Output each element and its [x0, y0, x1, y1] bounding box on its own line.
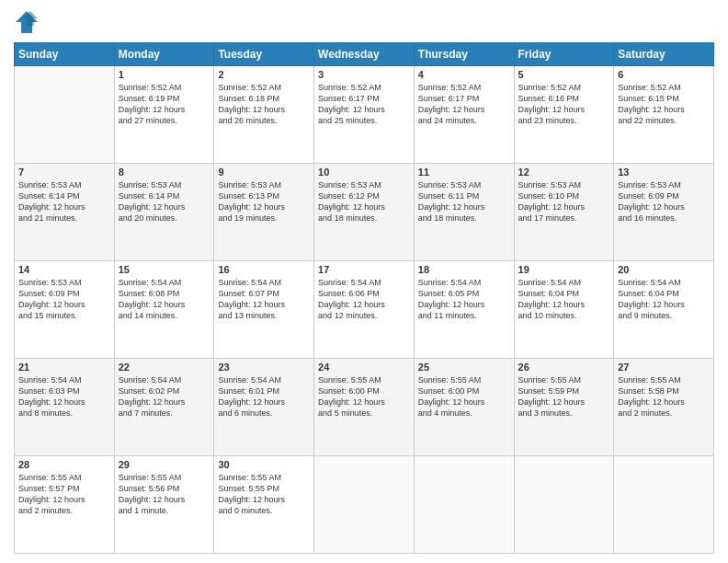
day-number: 4 — [418, 69, 510, 80]
day-number: 12 — [518, 167, 610, 178]
day-number: 22 — [119, 362, 210, 373]
calendar: Sunday Monday Tuesday Wednesday Thursday… — [14, 42, 714, 554]
calendar-cell: 16Sunrise: 5:54 AM Sunset: 6:07 PM Dayli… — [214, 261, 314, 359]
calendar-week-row: 1Sunrise: 5:52 AM Sunset: 6:19 PM Daylig… — [15, 66, 714, 164]
col-saturday: Saturday — [614, 43, 714, 66]
day-number: 5 — [518, 69, 610, 80]
calendar-week-row: 21Sunrise: 5:54 AM Sunset: 6:03 PM Dayli… — [15, 359, 714, 456]
calendar-cell: 20Sunrise: 5:54 AM Sunset: 6:04 PM Dayli… — [614, 261, 714, 359]
day-number: 17 — [318, 264, 410, 275]
day-info: Sunrise: 5:52 AM Sunset: 6:16 PM Dayligh… — [518, 82, 610, 127]
calendar-cell: 23Sunrise: 5:54 AM Sunset: 6:01 PM Dayli… — [214, 359, 314, 456]
col-thursday: Thursday — [414, 43, 514, 66]
calendar-cell: 19Sunrise: 5:54 AM Sunset: 6:04 PM Dayli… — [514, 261, 614, 359]
day-info: Sunrise: 5:52 AM Sunset: 6:18 PM Dayligh… — [218, 82, 310, 127]
day-info: Sunrise: 5:54 AM Sunset: 6:08 PM Dayligh… — [119, 277, 210, 322]
calendar-cell — [314, 456, 415, 554]
day-info: Sunrise: 5:55 AM Sunset: 5:59 PM Dayligh… — [518, 374, 610, 419]
day-number: 24 — [318, 362, 410, 373]
calendar-cell: 2Sunrise: 5:52 AM Sunset: 6:18 PM Daylig… — [214, 66, 314, 164]
day-info: Sunrise: 5:52 AM Sunset: 6:19 PM Dayligh… — [119, 82, 210, 127]
day-info: Sunrise: 5:54 AM Sunset: 6:04 PM Dayligh… — [618, 277, 710, 322]
day-number: 2 — [218, 69, 310, 80]
calendar-cell: 25Sunrise: 5:55 AM Sunset: 6:00 PM Dayli… — [414, 359, 514, 456]
calendar-cell: 28Sunrise: 5:55 AM Sunset: 5:57 PM Dayli… — [15, 456, 115, 554]
day-info: Sunrise: 5:52 AM Sunset: 6:15 PM Dayligh… — [618, 82, 710, 127]
calendar-header-row: Sunday Monday Tuesday Wednesday Thursday… — [15, 43, 714, 66]
day-number: 13 — [618, 167, 710, 178]
day-number: 8 — [119, 167, 210, 178]
day-info: Sunrise: 5:52 AM Sunset: 6:17 PM Dayligh… — [418, 82, 510, 127]
col-sunday: Sunday — [15, 43, 115, 66]
day-info: Sunrise: 5:53 AM Sunset: 6:09 PM Dayligh… — [618, 179, 710, 224]
calendar-cell: 13Sunrise: 5:53 AM Sunset: 6:09 PM Dayli… — [614, 164, 714, 261]
day-number: 9 — [218, 167, 310, 178]
page: Sunday Monday Tuesday Wednesday Thursday… — [0, 0, 728, 563]
calendar-cell: 17Sunrise: 5:54 AM Sunset: 6:06 PM Dayli… — [314, 261, 415, 359]
calendar-cell: 12Sunrise: 5:53 AM Sunset: 6:10 PM Dayli… — [514, 164, 614, 261]
calendar-cell: 29Sunrise: 5:55 AM Sunset: 5:56 PM Dayli… — [114, 456, 214, 554]
calendar-cell: 6Sunrise: 5:52 AM Sunset: 6:15 PM Daylig… — [614, 66, 714, 164]
day-info: Sunrise: 5:55 AM Sunset: 5:57 PM Dayligh… — [18, 472, 110, 517]
day-number: 3 — [318, 69, 410, 80]
day-number: 23 — [218, 362, 310, 373]
calendar-cell: 7Sunrise: 5:53 AM Sunset: 6:14 PM Daylig… — [15, 164, 115, 261]
day-info: Sunrise: 5:54 AM Sunset: 6:06 PM Dayligh… — [318, 277, 410, 322]
calendar-cell: 8Sunrise: 5:53 AM Sunset: 6:14 PM Daylig… — [114, 164, 214, 261]
day-info: Sunrise: 5:55 AM Sunset: 6:00 PM Dayligh… — [318, 374, 410, 419]
day-info: Sunrise: 5:53 AM Sunset: 6:14 PM Dayligh… — [119, 179, 210, 224]
col-tuesday: Tuesday — [214, 43, 314, 66]
logo-icon — [14, 9, 40, 35]
day-info: Sunrise: 5:53 AM Sunset: 6:09 PM Dayligh… — [18, 277, 110, 322]
calendar-cell — [414, 456, 514, 554]
day-number: 11 — [418, 167, 510, 178]
day-info: Sunrise: 5:53 AM Sunset: 6:14 PM Dayligh… — [18, 179, 110, 224]
calendar-week-row: 28Sunrise: 5:55 AM Sunset: 5:57 PM Dayli… — [15, 456, 714, 554]
day-number: 1 — [119, 69, 210, 80]
day-number: 6 — [618, 69, 710, 80]
calendar-cell: 9Sunrise: 5:53 AM Sunset: 6:13 PM Daylig… — [214, 164, 314, 261]
day-number: 26 — [518, 362, 610, 373]
calendar-cell — [614, 456, 714, 554]
col-wednesday: Wednesday — [314, 43, 415, 66]
calendar-cell: 14Sunrise: 5:53 AM Sunset: 6:09 PM Dayli… — [15, 261, 115, 359]
day-info: Sunrise: 5:53 AM Sunset: 6:11 PM Dayligh… — [418, 179, 510, 224]
col-monday: Monday — [114, 43, 214, 66]
calendar-cell: 30Sunrise: 5:55 AM Sunset: 5:55 PM Dayli… — [214, 456, 314, 554]
day-info: Sunrise: 5:54 AM Sunset: 6:02 PM Dayligh… — [119, 374, 210, 419]
day-info: Sunrise: 5:53 AM Sunset: 6:13 PM Dayligh… — [218, 179, 310, 224]
day-number: 20 — [618, 264, 710, 275]
day-info: Sunrise: 5:54 AM Sunset: 6:03 PM Dayligh… — [18, 374, 110, 419]
day-number: 29 — [119, 459, 210, 470]
day-info: Sunrise: 5:54 AM Sunset: 6:07 PM Dayligh… — [218, 277, 310, 322]
calendar-cell: 10Sunrise: 5:53 AM Sunset: 6:12 PM Dayli… — [314, 164, 415, 261]
day-number: 30 — [218, 459, 310, 470]
calendar-cell: 18Sunrise: 5:54 AM Sunset: 6:05 PM Dayli… — [414, 261, 514, 359]
calendar-cell: 3Sunrise: 5:52 AM Sunset: 6:17 PM Daylig… — [314, 66, 415, 164]
day-number: 27 — [618, 362, 710, 373]
day-info: Sunrise: 5:55 AM Sunset: 5:55 PM Dayligh… — [218, 472, 310, 517]
day-number: 15 — [119, 264, 210, 275]
calendar-cell: 5Sunrise: 5:52 AM Sunset: 6:16 PM Daylig… — [514, 66, 614, 164]
day-number: 14 — [18, 264, 110, 275]
calendar-cell: 15Sunrise: 5:54 AM Sunset: 6:08 PM Dayli… — [114, 261, 214, 359]
calendar-cell: 21Sunrise: 5:54 AM Sunset: 6:03 PM Dayli… — [15, 359, 115, 456]
day-number: 10 — [318, 167, 410, 178]
day-info: Sunrise: 5:55 AM Sunset: 5:58 PM Dayligh… — [618, 374, 710, 419]
calendar-cell: 22Sunrise: 5:54 AM Sunset: 6:02 PM Dayli… — [114, 359, 214, 456]
calendar-cell: 4Sunrise: 5:52 AM Sunset: 6:17 PM Daylig… — [414, 66, 514, 164]
calendar-cell: 27Sunrise: 5:55 AM Sunset: 5:58 PM Dayli… — [614, 359, 714, 456]
calendar-cell: 1Sunrise: 5:52 AM Sunset: 6:19 PM Daylig… — [114, 66, 214, 164]
calendar-week-row: 7Sunrise: 5:53 AM Sunset: 6:14 PM Daylig… — [15, 164, 714, 261]
day-info: Sunrise: 5:55 AM Sunset: 6:00 PM Dayligh… — [418, 374, 510, 419]
day-info: Sunrise: 5:53 AM Sunset: 6:10 PM Dayligh… — [518, 179, 610, 224]
day-info: Sunrise: 5:54 AM Sunset: 6:05 PM Dayligh… — [418, 277, 510, 322]
day-number: 21 — [18, 362, 110, 373]
col-friday: Friday — [514, 43, 614, 66]
day-info: Sunrise: 5:53 AM Sunset: 6:12 PM Dayligh… — [318, 179, 410, 224]
day-number: 16 — [218, 264, 310, 275]
header — [14, 9, 714, 35]
day-number: 28 — [18, 459, 110, 470]
day-info: Sunrise: 5:55 AM Sunset: 5:56 PM Dayligh… — [119, 472, 210, 517]
day-info: Sunrise: 5:54 AM Sunset: 6:04 PM Dayligh… — [518, 277, 610, 322]
